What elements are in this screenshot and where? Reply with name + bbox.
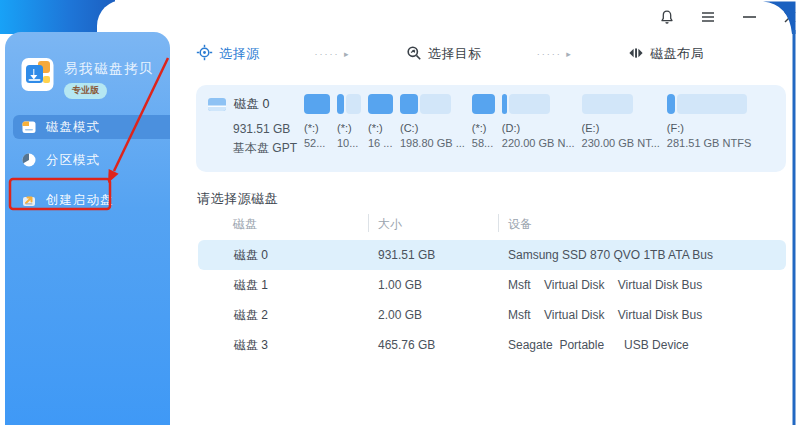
sidebar-item-label: 磁盘模式 <box>46 119 100 136</box>
step-label: 磁盘布局 <box>650 45 704 63</box>
partition-block: (F:)281.51 GB NTFS <box>667 94 751 149</box>
disk-size: 2.00 GB <box>378 308 422 322</box>
column-divider <box>498 214 499 232</box>
table-row-disk-3[interactable]: 磁盘 3 465.76 GB Seagate Portable USB Devi… <box>198 330 786 360</box>
titlebar-controls <box>658 8 799 26</box>
partition-block: (*:)10... <box>337 94 361 149</box>
partition-map: (*:)52... (*:)10... (*:)16 ... (C:)198.8… <box>304 94 758 149</box>
disk-device: Msft Virtual Disk Virtual Disk Bus <box>508 278 702 292</box>
step-label: 选择目标 <box>428 45 482 63</box>
table-header: 磁盘 大小 设备 <box>196 214 786 234</box>
partition-block: (D:)220.00 GB N... <box>502 94 575 149</box>
partition-block: (*:)16 ... <box>368 94 393 149</box>
window-edge-strip <box>793 30 796 425</box>
disk-size: 1.00 GB <box>378 278 422 292</box>
sidebar-item-disk-mode[interactable]: 磁盘模式 <box>13 115 170 139</box>
partition-usage-bar <box>400 94 465 114</box>
panel-disk-name: 磁盘 0 <box>234 96 269 113</box>
sidebar: 易我磁盘拷贝 专业版 磁盘模式 <box>5 32 170 425</box>
app-title: 易我磁盘拷贝 <box>64 60 154 78</box>
column-header-size: 大小 <box>378 216 402 233</box>
section-title: 请选择源磁盘 <box>197 190 278 208</box>
sidebar-item-partition-mode[interactable]: 分区模式 <box>13 148 170 172</box>
partition-usage-bar <box>502 94 575 114</box>
edition-badge: 专业版 <box>64 83 107 99</box>
wizard-stepper: 选择源 ····· ▸ 选择目标 ····· ▸ 磁盘布局 <box>196 44 704 64</box>
step-label: 选择源 <box>219 45 260 63</box>
magnifier-icon <box>406 45 422 64</box>
step-select-source: 选择源 <box>196 44 260 64</box>
sidebar-item-label: 分区模式 <box>46 152 100 169</box>
column-header-device: 设备 <box>508 216 532 233</box>
notification-bell-icon[interactable] <box>658 8 676 26</box>
partition-usage-bar <box>667 94 751 114</box>
step-connector-dots: ····· ▸ <box>537 49 573 59</box>
panel-disk-capacity: 931.51 GB <box>233 122 290 136</box>
layout-adjust-icon <box>628 45 644 64</box>
window-corner-mask <box>97 0 207 36</box>
disk-mode-icon <box>21 119 37 135</box>
column-divider <box>368 214 369 232</box>
table-row-disk-1[interactable]: 磁盘 1 1.00 GB Msft Virtual Disk Virtual D… <box>198 270 786 300</box>
app-brand: 易我磁盘拷贝 专业版 <box>21 57 170 99</box>
step-connector-dots: ····· ▸ <box>315 49 351 59</box>
disk-device: Msft Virtual Disk Virtual Disk Bus <box>508 308 702 322</box>
partition-usage-bar <box>304 94 330 114</box>
minimize-icon[interactable] <box>740 8 758 26</box>
sidebar-item-label: 创建启动盘 <box>46 192 114 209</box>
partition-mode-icon <box>21 152 37 168</box>
close-icon[interactable] <box>781 8 799 26</box>
sidebar-item-create-boot-disk[interactable]: 创建启动盘 <box>13 188 170 212</box>
app-window: 易我磁盘拷贝 专业版 磁盘模式 <box>0 0 799 425</box>
hamburger-menu-icon[interactable] <box>699 8 717 26</box>
source-disk-overview-panel: 磁盘 0 931.51 GB 基本盘 GPT (*:)52... (*:)10.… <box>196 85 786 172</box>
disk-name: 磁盘 2 <box>234 307 268 324</box>
disk-device: Samsung SSD 870 QVO 1TB ATA Bus <box>508 248 713 262</box>
partition-block: (*:)58... <box>472 94 495 149</box>
partition-block: (E:)230.00 GB NT... <box>582 94 660 149</box>
step-disk-layout: 磁盘布局 <box>628 45 704 64</box>
disk-name: 磁盘 1 <box>234 277 268 294</box>
disk-size: 465.76 GB <box>378 338 435 352</box>
table-row-disk-0[interactable]: 磁盘 0 931.51 GB Samsung SSD 870 QVO 1TB A… <box>198 240 786 270</box>
partition-usage-bar <box>472 94 495 114</box>
disk-size: 931.51 GB <box>378 248 435 262</box>
disk-name: 磁盘 3 <box>234 337 268 354</box>
disk-name: 磁盘 0 <box>234 247 268 264</box>
partition-block: (*:)52... <box>304 94 330 149</box>
partition-usage-bar <box>368 94 393 114</box>
partition-block: (C:)198.80 GB ... <box>400 94 465 149</box>
disk-table-body: 磁盘 0 931.51 GB Samsung SSD 870 QVO 1TB A… <box>198 240 786 360</box>
target-crosshair-icon <box>196 44 213 64</box>
disk-device: Seagate Portable USB Device <box>508 338 689 352</box>
step-select-target: 选择目标 <box>406 45 482 64</box>
panel-disk-type: 基本盘 GPT <box>233 140 297 157</box>
partition-usage-bar <box>582 94 660 114</box>
column-header-disk: 磁盘 <box>233 216 257 233</box>
disk-drive-icon <box>208 98 226 111</box>
sidebar-menu: 磁盘模式 分区模式 创 <box>5 115 170 212</box>
table-row-disk-2[interactable]: 磁盘 2 2.00 GB Msft Virtual Disk Virtual D… <box>198 300 786 330</box>
partition-usage-bar <box>337 94 361 114</box>
app-logo-icon <box>21 57 54 92</box>
create-boot-disk-icon <box>21 192 37 208</box>
